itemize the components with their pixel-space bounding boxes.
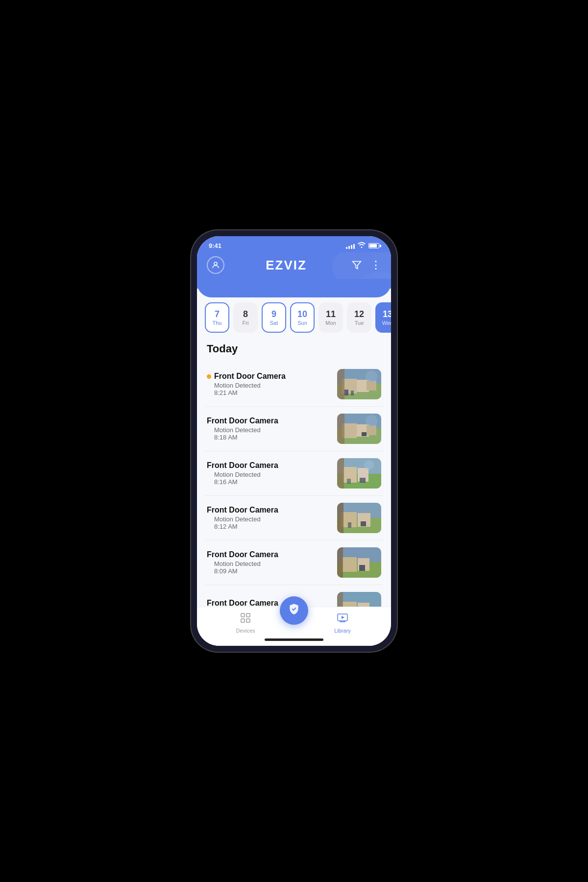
svg-point-19 bbox=[366, 415, 377, 427]
svg-rect-49 bbox=[246, 613, 250, 617]
event-camera-row: Front Door Camera bbox=[207, 506, 331, 514]
date-day: Sun bbox=[297, 320, 307, 326]
nav-devices[interactable]: Devices bbox=[197, 612, 294, 634]
shield-check-icon bbox=[288, 603, 300, 618]
event-item[interactable]: Front Door Camera Motion Detected 8:18 A… bbox=[205, 407, 383, 451]
home-indicator bbox=[197, 636, 391, 646]
more-button[interactable]: ⋮ bbox=[370, 259, 381, 271]
svg-rect-45 bbox=[358, 603, 369, 607]
nav-devices-label: Devices bbox=[236, 628, 255, 634]
date-num: 11 bbox=[326, 309, 336, 320]
event-info: Front Door Camera Motion Detected 8:12 A… bbox=[207, 506, 331, 530]
svg-rect-40 bbox=[337, 547, 343, 578]
svg-rect-20 bbox=[362, 432, 367, 436]
date-item-tue[interactable]: 12 Tue bbox=[347, 302, 371, 333]
svg-rect-27 bbox=[360, 478, 366, 483]
event-info: Front Door Camera Motion Detected bbox=[207, 599, 331, 607]
date-item-wed[interactable]: 13 Wed bbox=[375, 302, 391, 333]
main-content: 7 Thu 8 Fri 9 Sat 10 Sun 11 Mon bbox=[197, 289, 391, 607]
date-num: 12 bbox=[354, 309, 364, 320]
event-type: Motion Detected bbox=[207, 426, 331, 434]
event-item[interactable]: Front Door Camera Motion Detected 8:16 A… bbox=[205, 451, 383, 496]
fab-button[interactable] bbox=[280, 596, 308, 625]
date-num: 9 bbox=[271, 309, 276, 320]
svg-rect-41 bbox=[359, 565, 365, 571]
event-type: Motion Detected bbox=[207, 382, 331, 389]
svg-rect-46 bbox=[337, 592, 343, 607]
svg-rect-51 bbox=[246, 619, 250, 622]
date-day: Wed bbox=[382, 320, 391, 326]
svg-rect-34 bbox=[361, 521, 366, 526]
svg-rect-28 bbox=[347, 479, 351, 484]
svg-point-1 bbox=[352, 272, 391, 289]
event-camera-row: Front Door Camera bbox=[207, 461, 331, 470]
library-icon bbox=[337, 612, 348, 626]
date-day: Thu bbox=[213, 320, 222, 326]
event-list: Front Door Camera Motion Detected 8:21 A… bbox=[197, 362, 391, 607]
event-item[interactable]: Front Door Camera Motion Detected 8:09 A… bbox=[205, 540, 383, 585]
event-time: 8:09 AM bbox=[207, 567, 331, 575]
date-num: 8 bbox=[243, 309, 248, 320]
svg-rect-38 bbox=[342, 557, 357, 572]
svg-point-26 bbox=[364, 460, 374, 470]
svg-marker-53 bbox=[342, 616, 344, 619]
event-thumbnail[interactable] bbox=[337, 503, 381, 533]
status-bar: 9:41 bbox=[197, 236, 391, 252]
event-camera-row: Front Door Camera bbox=[207, 372, 331, 381]
event-time: 8:12 AM bbox=[207, 523, 331, 530]
date-item-sun[interactable]: 10 Sun bbox=[290, 302, 315, 333]
profile-button[interactable] bbox=[207, 256, 224, 274]
event-camera-name: Front Door Camera bbox=[207, 599, 278, 607]
svg-rect-48 bbox=[241, 613, 245, 617]
event-camera-name: Front Door Camera bbox=[207, 461, 278, 470]
date-day: Tue bbox=[355, 320, 364, 326]
event-thumbnail[interactable] bbox=[337, 369, 381, 399]
wifi-icon bbox=[358, 242, 366, 249]
event-camera-row: Front Door Camera bbox=[207, 599, 331, 607]
date-item-thu[interactable]: 7 Thu bbox=[205, 302, 229, 333]
date-num: 10 bbox=[297, 309, 307, 320]
event-item[interactable]: Front Door Camera Motion Detected 8:12 A… bbox=[205, 496, 383, 540]
event-thumbnail[interactable] bbox=[337, 458, 381, 489]
event-item[interactable]: Front Door Camera Motion Detected 8:21 A… bbox=[205, 362, 383, 407]
event-time: 8:21 AM bbox=[207, 389, 331, 396]
svg-rect-12 bbox=[351, 391, 354, 395]
filter-button[interactable] bbox=[348, 256, 366, 274]
event-time: 8:16 AM bbox=[207, 478, 331, 486]
date-selector: 7 Thu 8 Fri 9 Sat 10 Sun 11 Mon bbox=[197, 302, 391, 333]
svg-rect-33 bbox=[337, 503, 343, 533]
nav-library[interactable]: Library bbox=[294, 612, 391, 634]
date-item-sat[interactable]: 9 Sat bbox=[262, 302, 286, 333]
event-camera-name: Front Door Camera bbox=[207, 506, 278, 514]
bottom-nav: Devices bbox=[197, 607, 391, 636]
header-right: ⋮ bbox=[348, 256, 381, 274]
event-info: Front Door Camera Motion Detected 8:09 A… bbox=[207, 550, 331, 575]
svg-rect-11 bbox=[344, 390, 348, 395]
event-thumbnail[interactable] bbox=[337, 414, 381, 444]
phone-wrapper: 9:41 bbox=[191, 230, 397, 652]
event-type: Motion Detected bbox=[207, 471, 331, 478]
event-thumbnail[interactable] bbox=[337, 592, 381, 607]
event-camera-name: Front Door Camera bbox=[207, 550, 278, 559]
date-num: 7 bbox=[215, 309, 220, 320]
devices-icon bbox=[240, 612, 251, 626]
app-header: EZVIZ ⋮ bbox=[197, 252, 391, 289]
date-item-fri[interactable]: 8 Fri bbox=[233, 302, 258, 333]
date-day: Sat bbox=[270, 320, 278, 326]
camera-dot bbox=[207, 374, 211, 379]
date-day: Fri bbox=[243, 320, 249, 326]
event-camera-name: Front Door Camera bbox=[214, 372, 286, 381]
section-title: Today bbox=[197, 343, 391, 362]
event-thumbnail[interactable] bbox=[337, 547, 381, 578]
svg-rect-44 bbox=[342, 602, 357, 607]
nav-library-label: Library bbox=[334, 628, 351, 634]
date-item-mon[interactable]: 11 Mon bbox=[318, 302, 343, 333]
event-camera-name: Front Door Camera bbox=[207, 416, 278, 425]
event-info: Front Door Camera Motion Detected 8:16 A… bbox=[207, 461, 331, 486]
event-time: 8:18 AM bbox=[207, 434, 331, 441]
svg-rect-9 bbox=[337, 369, 344, 399]
phone-screen: 9:41 bbox=[197, 236, 391, 646]
svg-rect-25 bbox=[337, 458, 344, 489]
battery-icon bbox=[368, 243, 379, 248]
event-info: Front Door Camera Motion Detected 8:21 A… bbox=[207, 372, 331, 396]
